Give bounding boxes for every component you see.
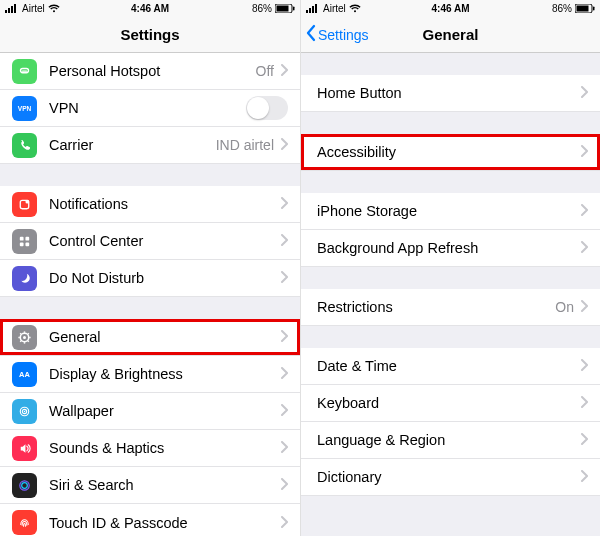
link-icon — [12, 59, 37, 84]
row-keyboard[interactable]: Keyboard — [301, 385, 600, 422]
svg-text:AA: AA — [19, 370, 30, 379]
svg-line-23 — [20, 340, 21, 341]
chevron-right-icon — [580, 239, 588, 257]
clock-label: 4:46 AM — [402, 3, 498, 14]
row-dictionary[interactable]: Dictionary — [301, 459, 600, 496]
row-carrier[interactable]: Carrier IND airtel — [0, 127, 300, 164]
row-vpn[interactable]: VPN VPN — [0, 90, 300, 127]
svg-line-22 — [28, 333, 29, 334]
svg-line-20 — [20, 333, 21, 334]
row-general[interactable]: General — [0, 319, 300, 356]
row-label: Accessibility — [317, 144, 580, 160]
nav-bar: Settings General — [301, 17, 600, 53]
row-label: Wallpaper — [49, 403, 280, 419]
svg-rect-11 — [25, 236, 29, 240]
row-iphone-storage[interactable]: iPhone Storage — [301, 193, 600, 230]
chevron-right-icon — [580, 143, 588, 161]
moon-icon — [12, 266, 37, 291]
row-language-region[interactable]: Language & Region — [301, 422, 600, 459]
svg-rect-5 — [277, 6, 289, 12]
battery-percent: 86% — [252, 3, 272, 14]
row-control-center[interactable]: Control Center — [0, 223, 300, 260]
screen-general: Airtel 4:46 AM 86% Settings General — [300, 0, 600, 536]
chevron-right-icon — [580, 394, 588, 412]
svg-line-21 — [28, 340, 29, 341]
row-label: Notifications — [49, 196, 280, 212]
group-separator — [0, 164, 300, 186]
chevron-right-icon — [280, 365, 288, 383]
row-sounds-haptics[interactable]: Sounds & Haptics — [0, 430, 300, 467]
settings-list[interactable]: Personal Hotspot Off VPN VPN Carrier IND… — [0, 53, 300, 536]
status-bar: Airtel 4:46 AM 86% — [0, 0, 300, 17]
carrier-label: Airtel — [22, 3, 45, 14]
vpn-icon: VPN — [12, 96, 37, 121]
chevron-right-icon — [280, 402, 288, 420]
chevron-right-icon — [280, 328, 288, 346]
row-display-brightness[interactable]: AA Display & Brightness — [0, 356, 300, 393]
row-label: Background App Refresh — [317, 240, 580, 256]
svg-rect-10 — [20, 236, 24, 240]
chevron-right-icon — [280, 269, 288, 287]
control-center-icon — [12, 229, 37, 254]
row-accessibility[interactable]: Accessibility — [301, 134, 600, 171]
clock-label: 4:46 AM — [102, 3, 199, 14]
chevron-right-icon — [580, 357, 588, 375]
group-separator — [301, 496, 600, 518]
row-do-not-disturb[interactable]: Do Not Disturb — [0, 260, 300, 297]
group-separator — [301, 267, 600, 289]
carrier-label: Airtel — [323, 3, 346, 14]
svg-rect-33 — [315, 4, 317, 13]
chevron-right-icon — [580, 202, 588, 220]
row-label: Carrier — [49, 137, 216, 153]
svg-rect-35 — [576, 6, 588, 12]
row-label: Personal Hotspot — [49, 63, 256, 79]
group-separator — [301, 112, 600, 134]
svg-rect-1 — [8, 8, 10, 13]
fingerprint-icon — [12, 510, 37, 535]
row-wallpaper[interactable]: Wallpaper — [0, 393, 300, 430]
group-separator — [301, 171, 600, 193]
screens-container: Airtel 4:46 AM 86% Settings Personal Hot… — [0, 0, 600, 536]
display-icon: AA — [12, 362, 37, 387]
row-label: Restrictions — [317, 299, 555, 315]
chevron-right-icon — [580, 468, 588, 486]
row-label: Touch ID & Passcode — [49, 515, 280, 531]
row-touch-id[interactable]: Touch ID & Passcode — [0, 504, 300, 536]
general-list[interactable]: Home Button Accessibility iPhone Storage… — [301, 53, 600, 536]
row-detail: Off — [256, 63, 274, 79]
vpn-toggle[interactable] — [246, 96, 288, 120]
chevron-left-icon — [305, 24, 318, 45]
row-label: Language & Region — [317, 432, 580, 448]
chevron-right-icon — [280, 476, 288, 494]
svg-rect-31 — [309, 8, 311, 13]
row-label: Sounds & Haptics — [49, 440, 280, 456]
row-label: Date & Time — [317, 358, 580, 374]
svg-point-29 — [22, 482, 28, 488]
back-button[interactable]: Settings — [301, 24, 369, 45]
row-label: iPhone Storage — [317, 203, 580, 219]
siri-icon — [12, 473, 37, 498]
row-home-button[interactable]: Home Button — [301, 75, 600, 112]
row-restrictions[interactable]: Restrictions On — [301, 289, 600, 326]
battery-percent: 86% — [552, 3, 572, 14]
row-detail: IND airtel — [216, 137, 274, 153]
row-label: General — [49, 329, 280, 345]
chevron-right-icon — [280, 232, 288, 250]
row-date-time[interactable]: Date & Time — [301, 348, 600, 385]
row-siri-search[interactable]: Siri & Search — [0, 467, 300, 504]
row-background-app-refresh[interactable]: Background App Refresh — [301, 230, 600, 267]
row-label: Control Center — [49, 233, 280, 249]
svg-rect-6 — [293, 7, 295, 11]
chevron-right-icon — [280, 514, 288, 532]
row-label: Do Not Disturb — [49, 270, 280, 286]
row-personal-hotspot[interactable]: Personal Hotspot Off — [0, 53, 300, 90]
battery-icon — [575, 4, 595, 13]
wifi-icon — [349, 4, 361, 13]
row-notifications[interactable]: Notifications — [0, 186, 300, 223]
chevron-right-icon — [580, 84, 588, 102]
back-label: Settings — [318, 27, 369, 43]
chevron-right-icon — [280, 439, 288, 457]
signal-icon — [5, 4, 19, 13]
svg-rect-13 — [25, 242, 29, 246]
wallpaper-icon — [12, 399, 37, 424]
